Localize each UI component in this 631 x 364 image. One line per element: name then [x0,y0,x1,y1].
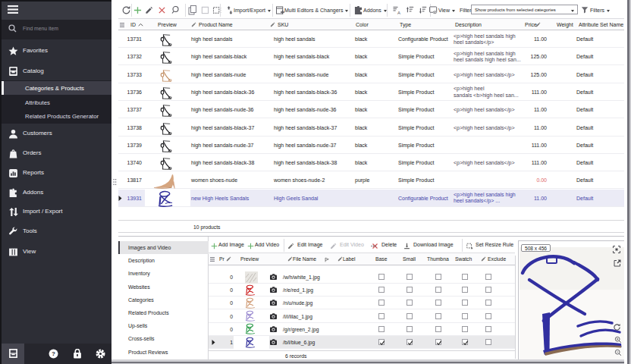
svg-text:A: A [397,11,400,14]
svg-text:?: ? [52,350,55,357]
